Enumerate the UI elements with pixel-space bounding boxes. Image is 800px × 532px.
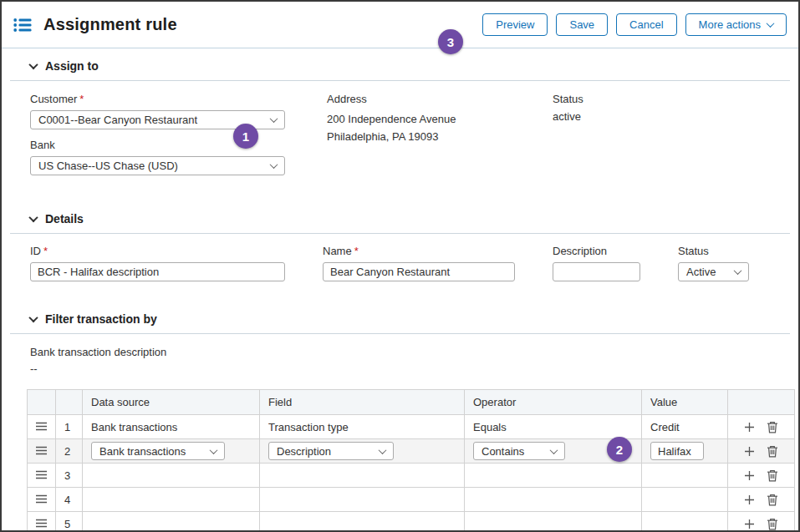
actions-column-header <box>728 390 795 415</box>
chevron-down-icon <box>379 446 387 454</box>
delete-row-button[interactable] <box>767 445 778 458</box>
column-header-value: Value <box>642 390 728 415</box>
bank-select[interactable]: US Chase--US Chase (USD) <box>30 156 285 175</box>
rule-status-label: Status <box>678 245 749 257</box>
name-input[interactable] <box>323 262 515 281</box>
customer-status-label: Status <box>553 93 583 105</box>
assign-to-section-title: Assign to <box>45 59 99 73</box>
required-asterisk: * <box>43 245 48 257</box>
details-section-title: Details <box>45 212 84 225</box>
delete-row-button[interactable] <box>767 421 778 433</box>
top-header: Assignment rule Preview Save Cancel More… <box>2 2 798 48</box>
add-row-button[interactable] <box>744 494 755 505</box>
drag-handle[interactable] <box>28 415 56 439</box>
column-header-field: Field <box>260 390 465 415</box>
cell-data-source <box>83 464 260 488</box>
rule-status-select-value: Active <box>686 266 716 278</box>
table-row: 2 Bank transactions Description <box>28 439 795 464</box>
chevron-down-icon <box>734 266 742 275</box>
operator-select[interactable]: Contains <box>473 442 565 460</box>
row-number: 4 <box>56 488 83 512</box>
rownum-column-header <box>56 390 83 415</box>
delete-row-button[interactable] <box>767 494 778 506</box>
drag-handle[interactable] <box>28 512 56 532</box>
trash-icon <box>767 421 778 433</box>
trash-icon <box>767 518 778 530</box>
cell-field <box>260 488 465 512</box>
chevron-down-icon <box>28 313 38 322</box>
cell-operator: Equals <box>465 415 642 439</box>
chevron-down-icon <box>28 213 38 222</box>
required-asterisk: * <box>79 93 84 105</box>
drag-handle-icon <box>35 422 48 431</box>
id-input[interactable] <box>30 262 285 281</box>
add-row-button[interactable] <box>744 470 755 481</box>
delete-row-button[interactable] <box>767 518 778 530</box>
assign-to-section-header[interactable]: Assign to <box>10 48 790 81</box>
cell-value <box>642 488 728 512</box>
column-header-operator: Operator <box>465 390 642 415</box>
filter-subtitle: Bank transaction description <box>30 346 790 358</box>
list-menu-icon[interactable] <box>13 18 32 33</box>
column-header-data-source: Data source <box>83 390 260 415</box>
add-row-button[interactable] <box>744 422 755 433</box>
description-input[interactable] <box>553 262 640 281</box>
drag-handle-icon <box>35 470 48 479</box>
cancel-button[interactable]: Cancel <box>616 13 676 36</box>
drag-handle[interactable] <box>28 488 56 512</box>
save-button-label: Save <box>569 18 594 31</box>
annotation-badge-3: 3 <box>438 29 463 54</box>
filter-subtitle-value: -- <box>30 362 790 375</box>
plus-icon <box>744 470 755 481</box>
assignment-rule-page: Assignment rule Preview Save Cancel More… <box>0 0 800 532</box>
more-actions-button[interactable]: More actions <box>685 13 787 36</box>
row-number: 5 <box>56 512 83 532</box>
address-label: Address <box>327 93 519 105</box>
data-source-select[interactable]: Bank transactions <box>91 442 225 460</box>
customer-status-value: active <box>553 110 583 123</box>
filter-content: Bank transaction description -- Data sou… <box>10 334 790 532</box>
filter-section-title: Filter transaction by <box>45 312 157 326</box>
cell-operator <box>465 512 642 532</box>
drag-handle[interactable] <box>28 464 56 488</box>
details-section-header[interactable]: Details <box>10 201 790 234</box>
chevron-down-icon <box>550 446 558 454</box>
table-row: 3 <box>28 464 795 488</box>
more-actions-button-label: More actions <box>699 18 761 31</box>
filter-table-header-row: Data source Field Operator Value <box>28 390 795 415</box>
cell-value: Credit <box>642 415 728 439</box>
cell-data-source <box>83 512 260 532</box>
cell-operator <box>465 464 642 488</box>
header-buttons: Preview Save Cancel More actions <box>482 13 787 36</box>
assign-to-content: Customer* C0001--Bear Canyon Restaurant … <box>10 81 790 201</box>
customer-label: Customer* <box>30 93 285 105</box>
field-select[interactable]: Description <box>268 442 394 460</box>
assign-to-section: Assign to Customer* C0001--Bear Canyon R… <box>10 48 790 201</box>
customer-select-value: C0001--Bear Canyon Restaurant <box>38 114 197 126</box>
chevron-down-icon <box>270 160 278 169</box>
cell-data-source: Bank transactions <box>83 415 260 439</box>
cell-value <box>642 464 728 488</box>
filter-table: Data source Field Operator Value 1 <box>27 389 795 532</box>
page-title: Assignment rule <box>43 15 177 34</box>
save-button[interactable]: Save <box>556 13 608 36</box>
drag-handle[interactable] <box>28 439 56 464</box>
plus-icon <box>744 422 755 433</box>
trash-icon <box>767 469 778 482</box>
required-asterisk: * <box>354 245 359 257</box>
id-label: ID* <box>30 245 285 257</box>
filter-section-header[interactable]: Filter transaction by <box>10 301 790 334</box>
drag-handle-icon <box>35 519 48 528</box>
cell-operator <box>465 488 642 512</box>
row-number: 1 <box>56 415 83 439</box>
preview-button-label: Preview <box>496 18 534 31</box>
add-row-button[interactable] <box>744 446 755 457</box>
chevron-down-icon <box>28 60 38 69</box>
table-row: 4 <box>28 488 795 512</box>
add-row-button[interactable] <box>744 519 755 529</box>
delete-row-button[interactable] <box>767 469 778 482</box>
value-input[interactable] <box>650 442 704 460</box>
name-label: Name* <box>323 245 515 257</box>
rule-status-select[interactable]: Active <box>678 262 749 281</box>
preview-button[interactable]: Preview <box>482 13 548 36</box>
